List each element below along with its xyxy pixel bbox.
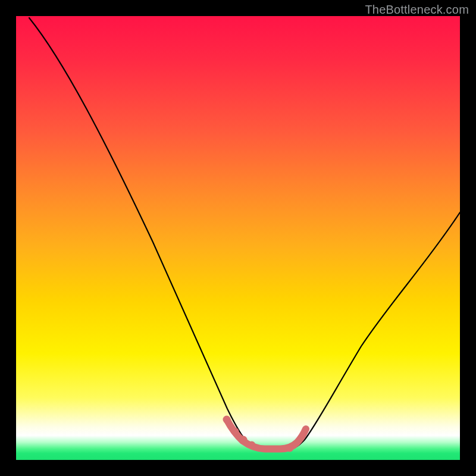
trough-dot	[231, 428, 239, 436]
trough-highlight	[227, 419, 306, 449]
left-curve	[29, 18, 262, 449]
chart-stage: TheBottleneck.com	[0, 0, 476, 476]
trough-dot	[248, 441, 256, 449]
right-curve	[289, 212, 460, 449]
trough-dot	[223, 416, 231, 424]
watermark-text: TheBottleneck.com	[365, 3, 469, 17]
trough-dot	[240, 436, 248, 444]
trough-dot	[286, 444, 294, 452]
curve-overlay	[16, 16, 460, 460]
